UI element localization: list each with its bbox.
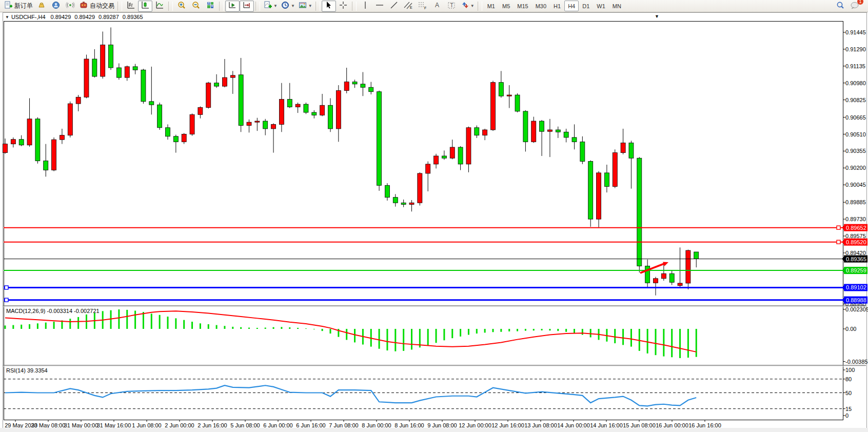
svg-text:T: T: [450, 3, 453, 8]
svg-text:0.89520: 0.89520: [846, 239, 866, 245]
svg-text:A: A: [435, 2, 439, 9]
svg-text:E: E: [410, 6, 412, 9]
svg-text:50: 50: [845, 390, 852, 396]
text-label-button[interactable]: T: [444, 1, 459, 12]
periods-button[interactable]: ▼: [279, 1, 297, 12]
svg-text:0.90200: 0.90200: [845, 165, 866, 171]
chevron-down-icon[interactable]: ▼: [273, 4, 278, 8]
svg-text:0.89365: 0.89365: [846, 256, 866, 262]
timeframe-w1-button[interactable]: W1: [593, 1, 609, 11]
horizontal-line-button[interactable]: [372, 1, 387, 12]
signals-button[interactable]: [63, 1, 77, 12]
svg-text:0.89102: 0.89102: [846, 284, 866, 290]
svg-text:0: 0: [845, 413, 849, 419]
indicators-button[interactable]: ▼: [262, 1, 279, 12]
timeframe-d1-button[interactable]: D1: [579, 1, 593, 11]
timeframe-h1-button[interactable]: H1: [550, 1, 564, 11]
line-chart-button[interactable]: [152, 1, 167, 12]
svg-text:0.89885: 0.89885: [845, 199, 866, 205]
svg-text:1 Jun 08:00: 1 Jun 08:00: [132, 422, 162, 428]
new-order-button[interactable]: 新订单: [2, 1, 34, 12]
svg-text:0.91135: 0.91135: [845, 63, 865, 69]
fibonacci-button[interactable]: F: [416, 1, 430, 12]
timeframe-h4-button[interactable]: H4: [564, 1, 579, 11]
crosshair-button[interactable]: [336, 1, 350, 12]
community-icon: [51, 1, 61, 12]
svg-text:6 Jun 16:00: 6 Jun 16:00: [296, 422, 326, 428]
metaeditor-button[interactable]: [34, 1, 49, 12]
community-button[interactable]: [49, 1, 63, 12]
toolbar-separator: [255, 2, 260, 11]
auto-trading-button[interactable]: 自动交易: [77, 1, 116, 12]
svg-text:0.90510: 0.90510: [845, 131, 866, 138]
candlestick-chart-button[interactable]: [138, 1, 152, 12]
svg-text:15 Jun 08:00: 15 Jun 08:00: [623, 422, 656, 428]
svg-text:0.00: 0.00: [845, 326, 856, 332]
notifications-button[interactable]: 1: [847, 1, 862, 12]
tile-windows-button[interactable]: [203, 1, 218, 12]
svg-text:0.89259: 0.89259: [846, 267, 866, 273]
chart-shift-marker[interactable]: ▼: [655, 14, 659, 19]
chevron-down-icon[interactable]: ▼: [470, 4, 475, 8]
chevron-down-icon[interactable]: ▼: [291, 4, 295, 8]
bar-chart-icon: [126, 1, 135, 12]
svg-text:0.88988: 0.88988: [846, 297, 866, 303]
svg-text:31 May 16:00: 31 May 16:00: [97, 422, 131, 428]
svg-text:0.89730: 0.89730: [845, 216, 866, 222]
chart-title-bar: ▼ USDCHF-,H4 0.89429 0.89429 0.89287 0.8…: [4, 13, 151, 21]
ohlc-high: 0.89429: [74, 14, 95, 20]
svg-text:14 Jun 00:00: 14 Jun 00:00: [557, 422, 590, 428]
notification-badge: 1: [857, 0, 863, 5]
main-toolbar: 新订单 自动交易: [0, 0, 868, 12]
svg-text:12 Jun 00:00: 12 Jun 00:00: [459, 422, 491, 428]
svg-text:16 Jun 00:00: 16 Jun 00:00: [656, 422, 688, 428]
crosshair-icon: [339, 1, 348, 12]
trendline-button[interactable]: [387, 1, 401, 12]
svg-text:8 Jun 00:00: 8 Jun 00:00: [362, 422, 391, 428]
toolbar-separator: [478, 2, 482, 11]
chart-shift-button[interactable]: [240, 1, 254, 12]
timeframe-m5-button[interactable]: M5: [499, 1, 514, 11]
zoom-out-button[interactable]: [189, 1, 203, 12]
zoom-in-icon: [177, 1, 186, 12]
search-button[interactable]: [833, 1, 847, 12]
new-order-icon: [4, 1, 13, 12]
timeframe-m1-button[interactable]: M1: [484, 1, 499, 11]
new-order-label: 新订单: [14, 2, 33, 10]
text-icon: A: [433, 1, 441, 12]
svg-text:0.002305: 0.002305: [845, 306, 868, 312]
svg-text:13 Jun 08:00: 13 Jun 08:00: [524, 422, 557, 428]
chart-canvas[interactable]: 0.914450.912900.911350.909800.908250.906…: [0, 12, 868, 432]
trendline-icon: [389, 1, 399, 12]
text-button[interactable]: A: [430, 1, 444, 12]
svg-text:0.90980: 0.90980: [845, 80, 866, 86]
symbol-period-label: USDCHF-,H4: [11, 14, 46, 20]
ohlc-low: 0.89287: [98, 14, 119, 20]
auto-scroll-button[interactable]: [225, 1, 240, 12]
svg-text:8 Jun 16:00: 8 Jun 16:00: [394, 422, 424, 428]
rsi-label: RSI(14) 39.3354: [6, 367, 48, 374]
chevron-down-icon[interactable]: ▼: [308, 4, 312, 8]
svg-text:0.90045: 0.90045: [845, 182, 866, 188]
zoom-in-button[interactable]: [174, 1, 189, 12]
chevron-down-icon[interactable]: ▼: [5, 15, 9, 19]
vertical-line-button[interactable]: [358, 1, 372, 12]
templates-button[interactable]: ▼: [297, 1, 314, 12]
arrows-button[interactable]: ▼: [459, 1, 476, 12]
bar-chart-button[interactable]: [124, 1, 138, 12]
svg-text:0.89652: 0.89652: [846, 225, 866, 231]
timeframe-m15-button[interactable]: M15: [514, 1, 531, 11]
svg-text:12 Jun 16:00: 12 Jun 16:00: [491, 422, 524, 428]
toolbar-separator: [219, 2, 224, 11]
line-chart-icon: [155, 1, 164, 12]
equidistant-channel-button[interactable]: E: [401, 1, 416, 12]
arrows-icon: [460, 1, 469, 12]
ohlc-close: 0.89365: [123, 14, 143, 20]
toolbar-separator: [352, 2, 357, 11]
svg-text:0.90665: 0.90665: [845, 114, 866, 121]
timeframe-m30-button[interactable]: M30: [532, 1, 550, 11]
cursor-button[interactable]: [322, 1, 336, 12]
svg-text:31 May 00:00: 31 May 00:00: [64, 422, 98, 428]
svg-text:0.91445: 0.91445: [845, 29, 866, 35]
timeframe-mn-button[interactable]: MN: [609, 1, 625, 11]
